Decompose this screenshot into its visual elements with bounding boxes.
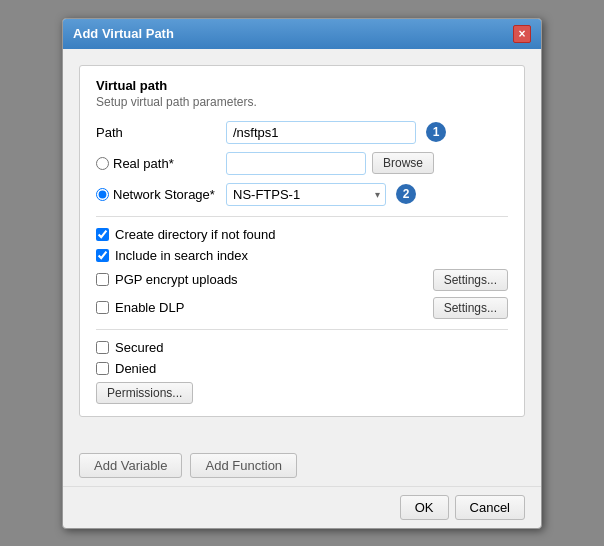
secured-label[interactable]: Secured bbox=[115, 340, 163, 355]
permissions-area: Permissions... bbox=[96, 382, 508, 404]
create-dir-label[interactable]: Create directory if not found bbox=[115, 227, 275, 242]
denied-checkbox[interactable] bbox=[96, 362, 109, 375]
network-storage-label-area: Network Storage* bbox=[96, 187, 226, 202]
denied-row: Denied bbox=[96, 361, 508, 376]
divider-2 bbox=[96, 329, 508, 330]
real-path-label[interactable]: Real path* bbox=[113, 156, 174, 171]
search-index-row: Include in search index bbox=[96, 248, 508, 263]
add-function-button[interactable]: Add Function bbox=[190, 453, 297, 478]
dialog-title: Add Virtual Path bbox=[73, 26, 174, 41]
browse-button[interactable]: Browse bbox=[372, 152, 434, 174]
dlp-row: Enable DLP Settings... bbox=[96, 297, 508, 319]
dialog-content: Virtual path Setup virtual path paramete… bbox=[63, 49, 541, 445]
add-virtual-path-dialog: Add Virtual Path × Virtual path Setup vi… bbox=[62, 18, 542, 529]
dlp-checkbox-area: Enable DLP bbox=[96, 300, 433, 315]
pgp-label[interactable]: PGP encrypt uploads bbox=[115, 272, 238, 287]
virtual-path-section: Virtual path Setup virtual path paramete… bbox=[79, 65, 525, 417]
real-path-label-area: Real path* bbox=[96, 156, 226, 171]
dlp-settings-button[interactable]: Settings... bbox=[433, 297, 508, 319]
path-label: Path bbox=[96, 125, 226, 140]
network-storage-radio[interactable] bbox=[96, 188, 109, 201]
path-control-area: 1 bbox=[226, 121, 508, 144]
pgp-checkbox-area: PGP encrypt uploads bbox=[96, 272, 433, 287]
close-button[interactable]: × bbox=[513, 25, 531, 43]
create-dir-checkbox[interactable] bbox=[96, 228, 109, 241]
path-input[interactable] bbox=[226, 121, 416, 144]
dlp-label[interactable]: Enable DLP bbox=[115, 300, 184, 315]
dlp-settings-area: Settings... bbox=[433, 297, 508, 319]
section-subtitle: Setup virtual path parameters. bbox=[96, 95, 508, 109]
path-row: Path 1 bbox=[96, 121, 508, 144]
close-icon: × bbox=[518, 27, 525, 41]
real-path-radio[interactable] bbox=[96, 157, 109, 170]
ok-button[interactable]: OK bbox=[400, 495, 449, 520]
pgp-settings-area: Settings... bbox=[433, 269, 508, 291]
network-storage-select-wrapper: NS-FTPS-1 ▾ bbox=[226, 183, 386, 206]
dlp-checkbox[interactable] bbox=[96, 301, 109, 314]
network-storage-label[interactable]: Network Storage* bbox=[113, 187, 215, 202]
badge-1: 1 bbox=[426, 122, 446, 142]
dialog-titlebar: Add Virtual Path × bbox=[63, 19, 541, 49]
denied-label[interactable]: Denied bbox=[115, 361, 156, 376]
cancel-button[interactable]: Cancel bbox=[455, 495, 525, 520]
search-index-label[interactable]: Include in search index bbox=[115, 248, 248, 263]
divider-1 bbox=[96, 216, 508, 217]
secured-row: Secured bbox=[96, 340, 508, 355]
footer-bar: OK Cancel bbox=[63, 486, 541, 528]
add-variable-button[interactable]: Add Variable bbox=[79, 453, 182, 478]
bottom-bar: Add Variable Add Function bbox=[63, 445, 541, 486]
real-path-input[interactable] bbox=[226, 152, 366, 175]
pgp-settings-button[interactable]: Settings... bbox=[433, 269, 508, 291]
real-path-control: Browse bbox=[226, 152, 508, 175]
network-storage-row: Network Storage* NS-FTPS-1 ▾ 2 bbox=[96, 183, 508, 206]
network-storage-control: NS-FTPS-1 ▾ 2 bbox=[226, 183, 508, 206]
section-title: Virtual path bbox=[96, 78, 508, 93]
create-dir-row: Create directory if not found bbox=[96, 227, 508, 242]
badge-2: 2 bbox=[396, 184, 416, 204]
search-index-checkbox[interactable] bbox=[96, 249, 109, 262]
secured-checkbox[interactable] bbox=[96, 341, 109, 354]
real-path-row: Real path* Browse bbox=[96, 152, 508, 175]
pgp-checkbox[interactable] bbox=[96, 273, 109, 286]
permissions-button[interactable]: Permissions... bbox=[96, 382, 193, 404]
network-storage-select[interactable]: NS-FTPS-1 bbox=[226, 183, 386, 206]
pgp-row: PGP encrypt uploads Settings... bbox=[96, 269, 508, 291]
